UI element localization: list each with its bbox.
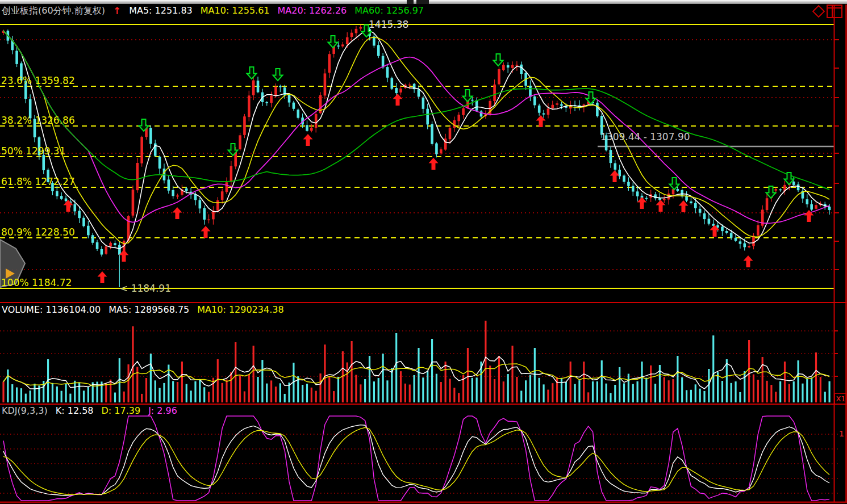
volume-ma5-line bbox=[3, 356, 829, 389]
kdj-j-value: J: 2.96 bbox=[148, 405, 177, 416]
instrument-title: 创业板指(60分钟.前复权) bbox=[2, 5, 105, 17]
buy-signal-icon bbox=[201, 226, 211, 238]
ma60-value: MA60: 1256.97 bbox=[354, 5, 424, 17]
ma10-value: MA10: 1255.61 bbox=[201, 5, 270, 17]
sell-signal-icon bbox=[328, 36, 338, 48]
sell-signal-icon bbox=[273, 69, 283, 81]
kdj-lines bbox=[3, 416, 829, 501]
low-price-annotation: < 1184.91 bbox=[120, 283, 171, 294]
kdj-j-line bbox=[3, 416, 829, 501]
volume-ma10-value: MA10: 1290234.38 bbox=[197, 304, 283, 315]
buy-signal-icon bbox=[744, 255, 753, 267]
buy-signal-icon bbox=[429, 158, 439, 170]
buy-signal-icon bbox=[536, 115, 546, 127]
fib-level-label: 100% 1184.72 bbox=[1, 277, 72, 288]
volume-header: VOLUME: 1136104.00 MA5: 1289568.75 MA10:… bbox=[2, 304, 284, 315]
titlebar-icons bbox=[813, 5, 842, 18]
diamond-icon[interactable] bbox=[813, 6, 824, 17]
fib-level-label: 50% 1299.31 bbox=[1, 145, 66, 157]
fib-level-label: 80.9% 1228.50 bbox=[1, 226, 75, 238]
main-chart-header: 创业板指(60分钟.前复权) ↑ MA5: 1251.83 MA10: 1255… bbox=[2, 5, 424, 17]
fib-level-label: 61.8% 1272.27 bbox=[1, 176, 75, 187]
buy-signal-icon bbox=[303, 134, 313, 146]
chart-canvas[interactable] bbox=[0, 0, 847, 504]
volume-value: VOLUME: 1136104.00 bbox=[2, 304, 101, 315]
kdj-k-line bbox=[3, 425, 829, 496]
buy-signal-icon bbox=[393, 94, 403, 106]
ma20-line bbox=[3, 31, 829, 223]
volume-ma5-value: MA5: 1289568.75 bbox=[109, 304, 189, 315]
sell-signal-icon bbox=[247, 67, 257, 79]
signal-arrows bbox=[64, 25, 814, 283]
ma5-value: MA5: 1251.83 bbox=[129, 5, 193, 17]
candlestick-series bbox=[2, 25, 831, 287]
ma60-line bbox=[3, 31, 829, 190]
buy-signal-icon bbox=[98, 271, 107, 283]
fib-level-label: 23.6% 1359.82 bbox=[1, 75, 75, 86]
sell-signal-icon bbox=[494, 54, 503, 66]
volume-ma-lines bbox=[3, 356, 829, 389]
fib-level-label: 38.2% 1326.86 bbox=[1, 115, 75, 126]
volume-scale-badge: X1 bbox=[835, 393, 847, 405]
kdj-d-value: D: 17.39 bbox=[102, 405, 141, 416]
ma20-value: MA20: 1262.26 bbox=[278, 5, 347, 17]
kdj-k-value: K: 12.58 bbox=[56, 405, 94, 416]
gap-range-annotation: 1309.44 - 1307.90 bbox=[600, 131, 690, 142]
volume-ma10-line bbox=[3, 364, 829, 386]
buy-signal-icon bbox=[173, 207, 182, 219]
low-pointer-icon: < bbox=[120, 283, 128, 294]
kdj-axis-tick-label: 1 bbox=[839, 429, 844, 438]
trading-terminal: 创业板指(60分钟.前复权) ↑ MA5: 1251.83 MA10: 1255… bbox=[0, 0, 847, 504]
kdj-title: KDJ(9,3,3) bbox=[2, 405, 48, 416]
volume-bars bbox=[3, 321, 829, 402]
sell-signal-icon bbox=[463, 90, 473, 102]
trend-up-icon: ↑ bbox=[113, 5, 121, 17]
buy-signal-icon bbox=[610, 170, 620, 182]
sell-signal-icon bbox=[766, 186, 776, 198]
peak-price-annotation: 1415.38 bbox=[369, 19, 408, 30]
kdj-header: KDJ(9,3,3) K: 12.58 D: 17.39 J: 2.96 bbox=[2, 405, 177, 416]
low-price-text: 1184.91 bbox=[131, 283, 171, 294]
